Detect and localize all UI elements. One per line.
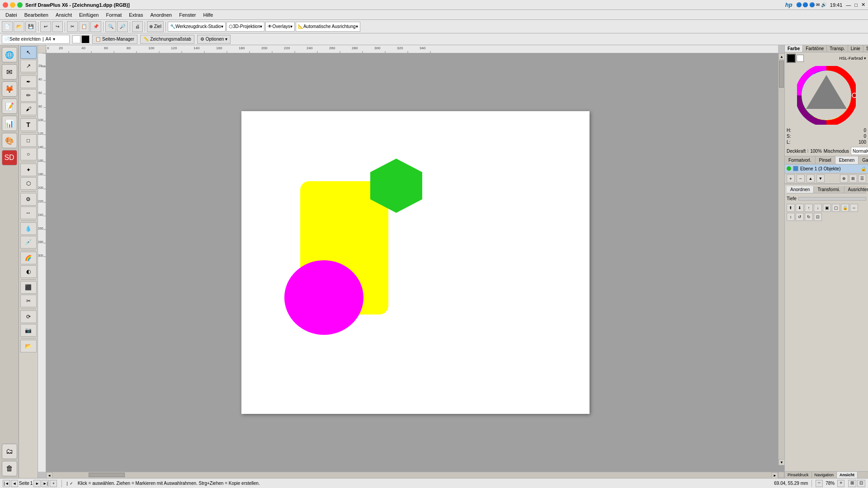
current-stroke-swatch[interactable]: [797, 55, 804, 62]
undo-button[interactable]: ↩: [40, 21, 51, 32]
send-backward-btn[interactable]: ↓: [814, 204, 822, 212]
zoom-out-status-btn[interactable]: −: [816, 480, 823, 487]
menu-fenster[interactable]: Fenster: [175, 11, 199, 19]
dimension-tool[interactable]: ↔: [20, 206, 37, 219]
tab-pinsel[interactable]: Pinsel: [816, 156, 835, 164]
camera-tool[interactable]: 📷: [20, 324, 37, 337]
tab-farbe[interactable]: Farbe: [785, 45, 803, 52]
view-mode-1[interactable]: ⊞: [848, 480, 856, 487]
ungroup-btn[interactable]: ▢: [832, 204, 840, 212]
dock-icon-2[interactable]: ✉: [2, 64, 17, 80]
stroke-color-box[interactable]: [81, 35, 90, 43]
horizontal-scrollbar[interactable]: ◄ ►: [46, 472, 778, 478]
first-page-btn[interactable]: |◄: [3, 480, 10, 487]
add-page-btn[interactable]: +: [50, 480, 57, 487]
menu-datei[interactable]: Datei: [2, 11, 21, 19]
node-tool[interactable]: ↗: [20, 60, 37, 72]
scroll-right-arrow[interactable]: ►: [772, 472, 778, 478]
rotate-left-btn[interactable]: ↺: [796, 213, 804, 221]
paste-button[interactable]: 📌: [90, 21, 101, 32]
save-button[interactable]: 💾: [25, 21, 36, 32]
group-btn[interactable]: ▣: [823, 204, 831, 212]
tab-farbtoene[interactable]: Farbtöne: [803, 45, 827, 52]
menu-anordnen[interactable]: Anordnen: [146, 11, 175, 19]
fill-color-box[interactable]: [72, 35, 80, 43]
menu-einfuegen[interactable]: Einfügen: [75, 11, 102, 19]
minimize-button[interactable]: [10, 2, 15, 8]
rect-tool[interactable]: □: [20, 134, 37, 147]
optionen-btn[interactable]: ⚙ Optionen ▾: [197, 35, 231, 44]
tab-anordnen[interactable]: Anordnen: [787, 186, 814, 193]
menu-hilfe[interactable]: Hilfe: [199, 11, 217, 19]
tab-transformi[interactable]: Transformi.: [814, 186, 844, 193]
tab-pinseldruck[interactable]: Pinseldruck: [785, 472, 812, 478]
polygon-tool[interactable]: ⬡: [20, 177, 37, 190]
magenta-ellipse-shape[interactable]: [284, 260, 363, 335]
current-fill-swatch[interactable]: [787, 54, 796, 63]
flip-h-btn[interactable]: ↔: [850, 204, 858, 212]
scroll-thumb-v[interactable]: [779, 61, 784, 88]
depth-slider[interactable]: [798, 197, 866, 201]
window-controls[interactable]: [3, 2, 23, 8]
dock-icon-8[interactable]: 🗂: [2, 444, 17, 459]
copy-button[interactable]: 📋: [79, 21, 90, 32]
transform-tool[interactable]: ⬛: [20, 281, 37, 294]
bring-forward-btn[interactable]: ↑: [805, 204, 813, 212]
color-model-dropdown[interactable]: HSL-Farbrad ▾: [839, 56, 866, 61]
tab-navigation[interactable]: Navigation: [812, 472, 837, 478]
ausrichtung-dropdown[interactable]: 📐 Automatische Ausrichtung ▾: [296, 22, 360, 32]
shadow-tool[interactable]: ◐: [20, 265, 37, 278]
select-tool[interactable]: ↖: [20, 46, 37, 59]
dock-icon-6[interactable]: 🎨: [2, 133, 17, 148]
menu-extras[interactable]: Extras: [125, 11, 146, 19]
pen-tool[interactable]: ✒: [20, 75, 37, 88]
rotate-right-btn[interactable]: ↻: [805, 213, 813, 221]
layer-item[interactable]: Ebene 1 (3 Objekte) 🔒: [785, 164, 868, 173]
dock-icon-trash[interactable]: 🗑: [2, 461, 17, 476]
move-down-btn[interactable]: ▼: [816, 174, 825, 183]
delete-layer-btn[interactable]: −: [797, 174, 805, 183]
page-setup-dropdown[interactable]: 📄 Seite einrichten | A4 ▾: [2, 35, 70, 44]
last-page-btn[interactable]: ►|: [42, 480, 49, 487]
next-page-btn[interactable]: ►: [33, 480, 41, 487]
green-hex-shape[interactable]: [366, 156, 427, 215]
lock-btn[interactable]: 🔒: [841, 204, 849, 212]
menu-ansicht[interactable]: Ansicht: [52, 11, 75, 19]
print-button[interactable]: 🖨: [132, 21, 143, 32]
open-button[interactable]: 📂: [14, 21, 24, 32]
tab-ausrichten[interactable]: Ausrichten: [844, 186, 868, 193]
connector-tool[interactable]: ⚙: [20, 193, 37, 206]
scroll-thumb-h[interactable]: [89, 473, 125, 477]
opacity-slider[interactable]: [807, 149, 808, 153]
scroll-track-h[interactable]: [52, 472, 772, 478]
close-button[interactable]: [3, 2, 8, 8]
fill-tool[interactable]: 💧: [20, 222, 37, 235]
scroll-up-arrow[interactable]: ▲: [778, 53, 784, 60]
canvas-scroll[interactable]: ▲ ▼: [46, 53, 784, 472]
send-back-btn[interactable]: ⬇: [796, 204, 804, 212]
redo-button[interactable]: ↪: [52, 21, 63, 32]
dock-icon-1[interactable]: 🌐: [2, 47, 17, 62]
mirror-btn[interactable]: ⊡: [814, 213, 822, 221]
view-mode-2[interactable]: ⊡: [857, 480, 865, 487]
tab-formatvorl[interactable]: Formatvorl.: [785, 156, 816, 164]
color-wheel-container[interactable]: [797, 66, 856, 125]
projection-dropdown[interactable]: ⬡ 3D-Projektion ▾: [226, 22, 265, 32]
close-icon[interactable]: ✕: [861, 2, 865, 8]
add-layer-btn[interactable]: +: [787, 174, 795, 183]
tab-transp[interactable]: Transp.: [827, 45, 848, 52]
merge-btn[interactable]: ⊕: [840, 174, 848, 183]
seiten-manager-btn[interactable]: 📋 Seiten-Manager: [92, 35, 137, 44]
effects-tool[interactable]: ⟳: [20, 310, 37, 323]
new-button[interactable]: 📄: [2, 21, 13, 32]
drawing-page[interactable]: [241, 111, 590, 414]
layer-options-btn[interactable]: ☰: [858, 174, 866, 183]
menu-bearbeiten[interactable]: Bearbeiten: [21, 11, 52, 19]
restore-icon[interactable]: □: [854, 2, 858, 8]
brush-tool[interactable]: 🖌: [20, 103, 37, 115]
import-tool[interactable]: 📂: [20, 340, 37, 352]
zoom-out-button[interactable]: 🔎: [117, 21, 128, 32]
bring-front-btn[interactable]: ⬆: [787, 204, 795, 212]
menu-format[interactable]: Format: [102, 11, 125, 19]
tab-ansicht[interactable]: Ansicht: [837, 472, 858, 478]
